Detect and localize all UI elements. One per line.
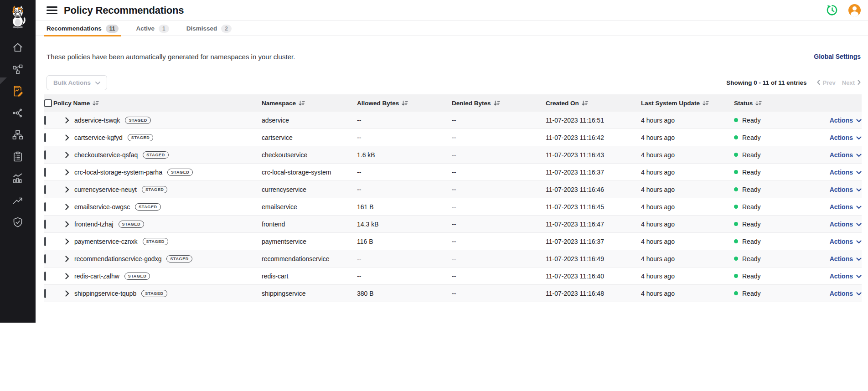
sidebar-nav bbox=[0, 37, 36, 234]
user-avatar-icon[interactable] bbox=[848, 4, 861, 16]
column-header-namespace[interactable]: Namespace bbox=[262, 100, 296, 107]
expand-row-icon[interactable] bbox=[65, 238, 69, 245]
policy-name[interactable]: paymentservice-cznxk bbox=[74, 238, 138, 245]
actions-menu-button[interactable]: Actions bbox=[830, 169, 862, 176]
row-checkbox[interactable] bbox=[44, 272, 46, 281]
next-page-button[interactable]: Next bbox=[842, 79, 861, 86]
tab-dismissed[interactable]: Dismissed 2 bbox=[186, 21, 232, 36]
actions-menu-button[interactable]: Actions bbox=[830, 203, 862, 211]
bulk-actions-button[interactable]: Bulk Actions bbox=[46, 75, 107, 90]
denied-bytes-cell: -- bbox=[452, 117, 546, 124]
actions-menu-button[interactable]: Actions bbox=[830, 186, 862, 193]
policy-name[interactable]: checkoutservice-qsfaq bbox=[74, 151, 138, 159]
staged-badge: STAGED bbox=[166, 255, 192, 262]
history-restore-icon[interactable] bbox=[826, 4, 838, 16]
showing-entries-text: Showing 0 - 11 of 11 entries bbox=[726, 79, 806, 86]
sidebar-item-threat-defense[interactable] bbox=[0, 212, 36, 234]
column-header-denied-bytes[interactable]: Denied Bytes bbox=[452, 100, 491, 107]
tab-active[interactable]: Active 1 bbox=[136, 21, 169, 36]
last-update-cell: 4 hours ago bbox=[641, 134, 734, 141]
row-checkbox[interactable] bbox=[44, 202, 46, 211]
expand-row-icon[interactable] bbox=[65, 221, 69, 227]
actions-menu-button[interactable]: Actions bbox=[830, 273, 862, 280]
sort-icon[interactable] bbox=[299, 100, 305, 106]
prev-page-button[interactable]: Prev bbox=[817, 79, 836, 86]
sort-icon[interactable] bbox=[755, 100, 762, 106]
namespace-cell: shippingservice bbox=[262, 290, 357, 297]
row-checkbox[interactable] bbox=[44, 254, 46, 263]
expand-row-icon[interactable] bbox=[65, 152, 69, 158]
row-checkbox[interactable] bbox=[44, 116, 46, 125]
sort-icon[interactable] bbox=[93, 100, 99, 106]
expand-row-icon[interactable] bbox=[65, 169, 69, 175]
actions-menu-button[interactable]: Actions bbox=[830, 134, 862, 141]
row-checkbox[interactable] bbox=[44, 185, 46, 194]
sidebar-item-network-tree[interactable] bbox=[0, 125, 36, 147]
expand-row-icon[interactable] bbox=[65, 134, 69, 141]
sort-icon[interactable] bbox=[582, 100, 588, 106]
actions-menu-button[interactable]: Actions bbox=[830, 255, 862, 262]
actions-menu-button[interactable]: Actions bbox=[830, 221, 862, 228]
actions-menu-button[interactable]: Actions bbox=[830, 290, 862, 297]
actions-menu-button[interactable]: Actions bbox=[830, 117, 862, 124]
actions-menu-button[interactable]: Actions bbox=[830, 238, 862, 245]
column-header-last-system-update[interactable]: Last System Update bbox=[641, 100, 700, 107]
policy-name[interactable]: shippingservice-tqupb bbox=[74, 290, 136, 297]
compliance-reports-icon bbox=[12, 151, 24, 165]
cat-logo[interactable] bbox=[0, 0, 36, 33]
allowed-bytes-cell: -- bbox=[357, 117, 452, 124]
expand-row-icon[interactable] bbox=[65, 204, 69, 210]
sidebar-item-connections[interactable] bbox=[0, 103, 36, 125]
policy-name[interactable]: cartservice-kgfyd bbox=[74, 134, 123, 141]
status-dot bbox=[734, 170, 738, 174]
hamburger-menu-icon[interactable] bbox=[46, 6, 57, 14]
sidebar-item-compliance-reports[interactable] bbox=[0, 147, 36, 169]
table-row: emailservice-owgsc STAGED emailservice 1… bbox=[44, 198, 862, 216]
policy-name[interactable]: currencyservice-neuyt bbox=[74, 186, 137, 193]
created-on-cell: 11-07-2023 11:16:45 bbox=[546, 203, 641, 211]
policy-name[interactable]: adservice-tswqk bbox=[74, 117, 120, 124]
chevron-down-icon bbox=[856, 290, 862, 297]
policy-name[interactable]: emailservice-owgsc bbox=[74, 203, 130, 211]
namespace-cell: frontend bbox=[262, 221, 357, 228]
page-description: These policies have been automatically g… bbox=[46, 53, 295, 61]
actions-menu-button[interactable]: Actions bbox=[830, 151, 862, 159]
policy-name[interactable]: crc-local-storage-system-parha bbox=[74, 169, 162, 176]
sort-icon[interactable] bbox=[703, 100, 709, 106]
column-header-allowed-bytes[interactable]: Allowed Bytes bbox=[357, 100, 399, 107]
expand-row-icon[interactable] bbox=[65, 273, 69, 279]
expand-row-icon[interactable] bbox=[65, 290, 69, 297]
policy-name[interactable]: redis-cart-zalhw bbox=[74, 273, 119, 280]
tab-recommendations[interactable]: Recommendations 11 bbox=[46, 21, 119, 36]
row-checkbox[interactable] bbox=[44, 289, 46, 298]
row-checkbox[interactable] bbox=[44, 220, 46, 229]
row-checkbox[interactable] bbox=[44, 237, 46, 246]
table-row: shippingservice-tqupb STAGED shippingser… bbox=[44, 285, 862, 302]
select-all-checkbox[interactable] bbox=[44, 99, 52, 107]
expand-row-icon[interactable] bbox=[65, 256, 69, 262]
sort-icon[interactable] bbox=[402, 100, 408, 106]
created-on-cell: 11-07-2023 11:16:47 bbox=[546, 221, 641, 228]
sidebar-item-home[interactable] bbox=[0, 37, 36, 59]
row-checkbox[interactable] bbox=[44, 150, 46, 159]
tab-count-badge: 1 bbox=[159, 25, 169, 33]
table-row: crc-local-storage-system-parha STAGED cr… bbox=[44, 164, 862, 181]
policy-name[interactable]: recommendationservice-godxg bbox=[74, 255, 161, 262]
column-header-created-on[interactable]: Created On bbox=[546, 100, 579, 107]
created-on-cell: 11-07-2023 11:16:48 bbox=[546, 290, 641, 297]
column-header-policy-name[interactable]: Policy Name bbox=[53, 100, 90, 107]
column-header-status[interactable]: Status bbox=[734, 100, 753, 107]
global-settings-link[interactable]: Global Settings bbox=[814, 53, 861, 60]
expand-row-icon[interactable] bbox=[65, 186, 69, 193]
row-checkbox[interactable] bbox=[44, 133, 46, 142]
expand-row-icon[interactable] bbox=[65, 117, 69, 123]
sidebar-item-stats[interactable] bbox=[0, 169, 36, 190]
sidebar-item-trend[interactable] bbox=[0, 190, 36, 212]
created-on-cell: 11-07-2023 11:16:37 bbox=[546, 169, 641, 176]
sidebar-item-service-graph[interactable] bbox=[0, 59, 36, 81]
sort-icon[interactable] bbox=[494, 100, 500, 106]
last-update-cell: 4 hours ago bbox=[641, 238, 734, 245]
policy-name[interactable]: frontend-tzhaj bbox=[74, 221, 114, 228]
row-checkbox[interactable] bbox=[44, 168, 46, 177]
sidebar-item-policy-recommendations[interactable] bbox=[0, 81, 36, 103]
